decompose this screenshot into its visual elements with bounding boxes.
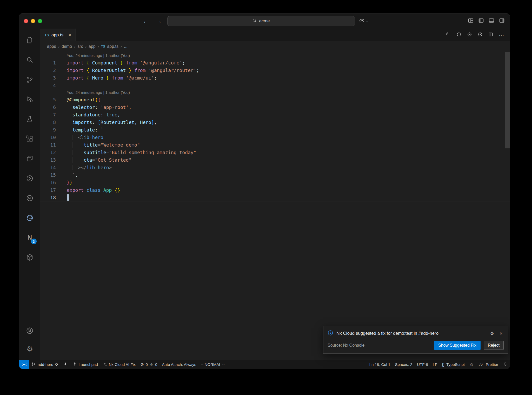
source-control-icon[interactable] xyxy=(19,70,40,89)
code-line[interactable]: 3import { Hero } from '@acme/ui'; xyxy=(40,74,510,82)
code-line[interactable]: 6 selector: 'app-root', xyxy=(40,103,510,111)
search-circle-icon[interactable] xyxy=(19,188,40,208)
command-center-search[interactable]: acme xyxy=(167,16,355,26)
code-line[interactable]: 5@Component({ xyxy=(40,96,510,103)
close-window-button[interactable] xyxy=(24,19,28,23)
edge-browser-icon[interactable] xyxy=(19,208,40,228)
code-line[interactable]: 12 subtitle="Build something amazing tod… xyxy=(40,149,510,156)
breadcrumb-item[interactable]: src xyxy=(77,44,83,49)
line-number[interactable]: 7 xyxy=(40,111,56,118)
run-debug-icon[interactable] xyxy=(19,89,40,109)
search-icon[interactable] xyxy=(19,50,40,70)
run-file-icon[interactable] xyxy=(477,32,483,38)
toggle-panel-icon[interactable] xyxy=(488,17,495,25)
blame-annotation[interactable]: You, 24 minutes ago | 1 author (You) xyxy=(40,89,510,96)
zap-item[interactable] xyxy=(61,360,70,369)
line-number[interactable]: 12 xyxy=(40,149,56,156)
code-line[interactable]: 13 cta="Get Started" xyxy=(40,156,510,164)
language-mode-item[interactable]: {} TypeScript xyxy=(440,360,467,369)
code-line[interactable]: 7 standalone: true, xyxy=(40,111,510,118)
notification-settings-icon[interactable]: ⚙ xyxy=(489,331,495,337)
eol-item[interactable]: LF xyxy=(430,360,440,369)
vim-mode-item[interactable]: -- NORMAL -- xyxy=(198,360,227,369)
breadcrumb-item[interactable]: app xyxy=(89,44,96,49)
breadcrumb-item[interactable]: apps xyxy=(47,44,56,49)
notifications-item[interactable] xyxy=(501,360,510,369)
notification-close-icon[interactable]: × xyxy=(498,330,504,337)
testing-icon[interactable] xyxy=(19,109,40,129)
code-line[interactable]: 18 xyxy=(40,194,510,201)
problems-item[interactable]: ⊗ 0 ⚠ 0 xyxy=(138,360,159,369)
nx-cloud-fix-item[interactable]: Nx Cloud AI Fix xyxy=(100,360,138,369)
line-number[interactable]: 9 xyxy=(40,126,56,134)
line-number[interactable]: 6 xyxy=(40,103,56,111)
launchpad-item[interactable]: Launchpad xyxy=(70,360,100,369)
windows-icon[interactable] xyxy=(19,149,40,168)
code-line[interactable]: 11 title="Welcmoe demo" xyxy=(40,141,510,149)
code-line[interactable]: 17export class App {} xyxy=(40,186,510,194)
copilot-menu[interactable]: ⌄ xyxy=(359,17,369,25)
code-line[interactable]: 16}) xyxy=(40,179,510,186)
minimize-window-button[interactable] xyxy=(31,19,35,23)
more-actions-icon[interactable]: ⋯ xyxy=(499,32,504,38)
toggle-secondary-sidebar-icon[interactable] xyxy=(499,17,505,25)
line-number[interactable]: 2 xyxy=(40,67,56,74)
feedback-item[interactable]: ☺ xyxy=(467,360,476,369)
breadcrumb-item[interactable]: app.ts xyxy=(107,44,118,49)
line-number[interactable]: 14 xyxy=(40,164,56,171)
code-line[interactable]: 2import { RouterOutlet } from '@angular/… xyxy=(40,67,510,74)
auto-attach-item[interactable]: Auto Attach: Always xyxy=(160,360,199,369)
indentation-item[interactable]: Spaces: 2 xyxy=(393,360,415,369)
code-line[interactable]: 10 <lib-hero xyxy=(40,134,510,141)
timeline-icon[interactable] xyxy=(456,32,462,38)
navigate-forward-icon[interactable]: → xyxy=(154,17,164,25)
code-line[interactable]: 4 xyxy=(40,82,510,89)
settings-gear-icon[interactable]: ⚙ xyxy=(19,340,40,358)
zoom-window-button[interactable] xyxy=(38,19,42,23)
line-number[interactable]: 13 xyxy=(40,156,56,164)
close-tab-icon[interactable]: × xyxy=(68,32,71,38)
extensions-icon[interactable] xyxy=(19,129,40,149)
line-number[interactable]: 5 xyxy=(40,96,56,103)
line-number[interactable]: 16 xyxy=(40,179,56,186)
code-line[interactable]: 9 template: ` xyxy=(40,126,510,134)
breadcrumb-item[interactable]: demo xyxy=(62,44,72,49)
line-number[interactable]: 4 xyxy=(40,82,56,89)
cursor-position-item[interactable]: Ln 18, Col 1 xyxy=(367,360,393,369)
reject-button[interactable]: Reject xyxy=(484,341,504,350)
code-editor[interactable]: You, 24 minutes ago | 1 author (You)1imp… xyxy=(40,52,510,360)
code-line[interactable]: 8 imports: [RouterOutlet, Hero], xyxy=(40,118,510,126)
code-line[interactable]: 14 ></lib-hero> xyxy=(40,164,510,171)
breadcrumb-item[interactable]: ... xyxy=(124,44,127,49)
line-number[interactable]: 10 xyxy=(40,134,56,141)
encoding-item[interactable]: UTF-8 xyxy=(415,360,430,369)
tab-app-ts[interactable]: TS app.ts × xyxy=(40,29,76,41)
remote-indicator[interactable]: >< xyxy=(19,360,29,369)
line-number[interactable]: 8 xyxy=(40,118,56,126)
blame-annotation[interactable]: You, 24 minutes ago | 1 author (You) xyxy=(40,52,510,59)
git-branch-item[interactable]: add-hero ⟳ xyxy=(29,360,61,369)
package-icon[interactable] xyxy=(19,247,40,267)
nx-icon[interactable]: N 3 xyxy=(19,228,40,247)
play-circle-icon[interactable] xyxy=(19,168,40,188)
line-number[interactable]: 18 xyxy=(40,194,56,201)
code-line[interactable]: 15 `, xyxy=(40,171,510,179)
toggle-primary-sidebar-icon[interactable] xyxy=(478,17,484,25)
line-number[interactable]: 3 xyxy=(40,74,56,82)
explorer-icon[interactable] xyxy=(19,30,40,50)
editor-scrollbar[interactable] xyxy=(505,52,510,148)
line-number[interactable]: 11 xyxy=(40,141,56,149)
navigate-back-icon[interactable]: ← xyxy=(141,17,151,25)
accounts-icon[interactable] xyxy=(19,321,40,340)
line-number[interactable]: 1 xyxy=(40,59,56,67)
line-number[interactable]: 15 xyxy=(40,171,56,179)
line-number[interactable]: 17 xyxy=(40,186,56,194)
formatter-item[interactable]: ✓✓ Prettier xyxy=(476,360,501,369)
run-menu-icon[interactable] xyxy=(467,32,472,38)
customize-layout-icon[interactable] xyxy=(468,17,474,25)
split-editor-icon[interactable] xyxy=(488,32,494,38)
show-suggested-fix-button[interactable]: Show Suggested Fix xyxy=(434,341,481,350)
open-changes-icon[interactable] xyxy=(445,32,451,38)
sync-changes-icon[interactable]: ⟳ xyxy=(55,362,58,367)
code-line[interactable]: 1import { Component } from '@angular/cor… xyxy=(40,59,510,67)
